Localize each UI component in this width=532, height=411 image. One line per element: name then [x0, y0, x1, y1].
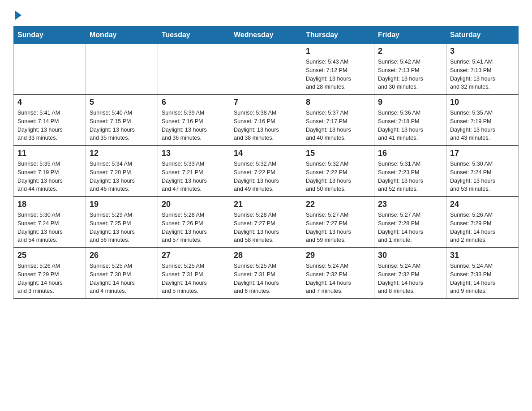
day-number: 21 — [234, 200, 298, 209]
calendar-cell: 13Sunrise: 5:33 AM Sunset: 7:21 PM Dayli… — [158, 146, 230, 197]
day-number: 8 — [306, 98, 370, 107]
weekday-header-friday: Friday — [374, 26, 446, 44]
day-info: Sunrise: 5:40 AM Sunset: 7:15 PM Dayligh… — [90, 109, 154, 142]
calendar-cell: 24Sunrise: 5:26 AM Sunset: 7:29 PM Dayli… — [446, 197, 519, 248]
day-number: 6 — [162, 98, 226, 107]
day-number: 31 — [450, 251, 515, 260]
calendar-cell: 15Sunrise: 5:32 AM Sunset: 7:22 PM Dayli… — [302, 146, 374, 197]
day-number: 16 — [378, 149, 442, 158]
day-info: Sunrise: 5:33 AM Sunset: 7:21 PM Dayligh… — [162, 160, 226, 193]
day-number: 26 — [90, 251, 154, 260]
day-number: 20 — [162, 200, 226, 209]
calendar-cell: 11Sunrise: 5:35 AM Sunset: 7:19 PM Dayli… — [14, 146, 86, 197]
calendar-week-row: 11Sunrise: 5:35 AM Sunset: 7:19 PM Dayli… — [14, 146, 519, 197]
day-info: Sunrise: 5:35 AM Sunset: 7:19 PM Dayligh… — [17, 160, 82, 193]
day-info: Sunrise: 5:28 AM Sunset: 7:27 PM Dayligh… — [234, 211, 298, 244]
calendar-cell: 30Sunrise: 5:24 AM Sunset: 7:32 PM Dayli… — [374, 248, 446, 299]
calendar-cell: 17Sunrise: 5:30 AM Sunset: 7:24 PM Dayli… — [446, 146, 519, 197]
day-info: Sunrise: 5:25 AM Sunset: 7:31 PM Dayligh… — [234, 262, 298, 295]
day-number: 2 — [378, 47, 442, 56]
weekday-header-wednesday: Wednesday — [230, 26, 302, 44]
day-number: 28 — [234, 251, 298, 260]
day-number: 14 — [234, 149, 298, 158]
day-number: 11 — [17, 149, 82, 158]
calendar-cell: 7Sunrise: 5:38 AM Sunset: 7:16 PM Daylig… — [230, 94, 302, 146]
day-number: 19 — [90, 200, 154, 209]
day-number: 29 — [306, 251, 370, 260]
day-info: Sunrise: 5:37 AM Sunset: 7:17 PM Dayligh… — [306, 109, 370, 142]
day-info: Sunrise: 5:42 AM Sunset: 7:13 PM Dayligh… — [378, 58, 442, 91]
calendar-cell — [86, 44, 158, 95]
calendar-cell: 25Sunrise: 5:26 AM Sunset: 7:29 PM Dayli… — [14, 248, 86, 299]
day-number: 27 — [162, 251, 226, 260]
calendar-cell — [230, 44, 302, 95]
calendar-week-row: 25Sunrise: 5:26 AM Sunset: 7:29 PM Dayli… — [14, 248, 519, 299]
day-info: Sunrise: 5:25 AM Sunset: 7:30 PM Dayligh… — [90, 262, 154, 295]
calendar-cell — [158, 44, 230, 95]
day-number: 23 — [378, 200, 442, 209]
day-info: Sunrise: 5:24 AM Sunset: 7:33 PM Dayligh… — [450, 262, 515, 295]
day-info: Sunrise: 5:30 AM Sunset: 7:24 PM Dayligh… — [17, 211, 82, 244]
day-info: Sunrise: 5:41 AM Sunset: 7:13 PM Dayligh… — [450, 58, 515, 91]
weekday-header-sunday: Sunday — [14, 26, 86, 44]
day-number: 22 — [306, 200, 370, 209]
calendar-cell: 23Sunrise: 5:27 AM Sunset: 7:28 PM Dayli… — [374, 197, 446, 248]
day-number: 25 — [17, 251, 82, 260]
day-number: 4 — [17, 98, 82, 107]
calendar-cell: 22Sunrise: 5:27 AM Sunset: 7:27 PM Dayli… — [302, 197, 374, 248]
calendar-cell: 29Sunrise: 5:24 AM Sunset: 7:32 PM Dayli… — [302, 248, 374, 299]
day-info: Sunrise: 5:36 AM Sunset: 7:18 PM Dayligh… — [378, 109, 442, 142]
day-number: 18 — [17, 200, 82, 209]
day-info: Sunrise: 5:32 AM Sunset: 7:22 PM Dayligh… — [234, 160, 298, 193]
day-number: 12 — [90, 149, 154, 158]
calendar-cell: 16Sunrise: 5:31 AM Sunset: 7:23 PM Dayli… — [374, 146, 446, 197]
day-info: Sunrise: 5:34 AM Sunset: 7:20 PM Dayligh… — [90, 160, 154, 193]
day-number: 7 — [234, 98, 298, 107]
calendar-header: SundayMondayTuesdayWednesdayThursdayFrid… — [14, 26, 519, 44]
calendar-cell: 1Sunrise: 5:43 AM Sunset: 7:12 PM Daylig… — [302, 44, 374, 95]
day-info: Sunrise: 5:43 AM Sunset: 7:12 PM Dayligh… — [306, 58, 370, 91]
calendar-cell: 10Sunrise: 5:35 AM Sunset: 7:19 PM Dayli… — [446, 94, 519, 146]
day-info: Sunrise: 5:27 AM Sunset: 7:28 PM Dayligh… — [378, 211, 442, 244]
calendar-cell: 8Sunrise: 5:37 AM Sunset: 7:17 PM Daylig… — [302, 94, 374, 146]
calendar-cell: 20Sunrise: 5:28 AM Sunset: 7:26 PM Dayli… — [158, 197, 230, 248]
day-number: 30 — [378, 251, 442, 260]
calendar-cell: 18Sunrise: 5:30 AM Sunset: 7:24 PM Dayli… — [14, 197, 86, 248]
calendar-cell: 9Sunrise: 5:36 AM Sunset: 7:18 PM Daylig… — [374, 94, 446, 146]
day-info: Sunrise: 5:27 AM Sunset: 7:27 PM Dayligh… — [306, 211, 370, 244]
day-info: Sunrise: 5:29 AM Sunset: 7:25 PM Dayligh… — [90, 211, 154, 244]
day-info: Sunrise: 5:26 AM Sunset: 7:29 PM Dayligh… — [17, 262, 82, 295]
day-info: Sunrise: 5:35 AM Sunset: 7:19 PM Dayligh… — [450, 109, 515, 142]
day-info: Sunrise: 5:28 AM Sunset: 7:26 PM Dayligh… — [162, 211, 226, 244]
calendar-cell: 28Sunrise: 5:25 AM Sunset: 7:31 PM Dayli… — [230, 248, 302, 299]
calendar-cell: 5Sunrise: 5:40 AM Sunset: 7:15 PM Daylig… — [86, 94, 158, 146]
calendar-cell: 27Sunrise: 5:25 AM Sunset: 7:31 PM Dayli… — [158, 248, 230, 299]
calendar-cell: 4Sunrise: 5:41 AM Sunset: 7:14 PM Daylig… — [14, 94, 86, 146]
weekday-header-thursday: Thursday — [302, 26, 374, 44]
day-number: 17 — [450, 149, 515, 158]
calendar-cell: 12Sunrise: 5:34 AM Sunset: 7:20 PM Dayli… — [86, 146, 158, 197]
calendar-cell: 14Sunrise: 5:32 AM Sunset: 7:22 PM Dayli… — [230, 146, 302, 197]
calendar-week-row: 4Sunrise: 5:41 AM Sunset: 7:14 PM Daylig… — [14, 94, 519, 146]
calendar-week-row: 18Sunrise: 5:30 AM Sunset: 7:24 PM Dayli… — [14, 197, 519, 248]
day-number: 9 — [378, 98, 442, 107]
day-number: 15 — [306, 149, 370, 158]
day-number: 5 — [90, 98, 154, 107]
day-info: Sunrise: 5:41 AM Sunset: 7:14 PM Dayligh… — [17, 109, 82, 142]
page-header — [13, 9, 519, 18]
day-number: 24 — [450, 200, 515, 209]
day-info: Sunrise: 5:31 AM Sunset: 7:23 PM Dayligh… — [378, 160, 442, 193]
calendar-cell: 19Sunrise: 5:29 AM Sunset: 7:25 PM Dayli… — [86, 197, 158, 248]
weekday-header-monday: Monday — [86, 26, 158, 44]
calendar-cell: 26Sunrise: 5:25 AM Sunset: 7:30 PM Dayli… — [86, 248, 158, 299]
weekday-header-row: SundayMondayTuesdayWednesdayThursdayFrid… — [14, 26, 519, 44]
logo-arrow-icon — [15, 11, 21, 20]
calendar-cell: 31Sunrise: 5:24 AM Sunset: 7:33 PM Dayli… — [446, 248, 519, 299]
day-number: 3 — [450, 47, 515, 56]
calendar-table: SundayMondayTuesdayWednesdayThursdayFrid… — [13, 26, 519, 299]
calendar-cell: 21Sunrise: 5:28 AM Sunset: 7:27 PM Dayli… — [230, 197, 302, 248]
day-info: Sunrise: 5:30 AM Sunset: 7:24 PM Dayligh… — [450, 160, 515, 193]
calendar-cell: 3Sunrise: 5:41 AM Sunset: 7:13 PM Daylig… — [446, 44, 519, 95]
day-info: Sunrise: 5:26 AM Sunset: 7:29 PM Dayligh… — [450, 211, 515, 244]
calendar-week-row: 1Sunrise: 5:43 AM Sunset: 7:12 PM Daylig… — [14, 44, 519, 95]
